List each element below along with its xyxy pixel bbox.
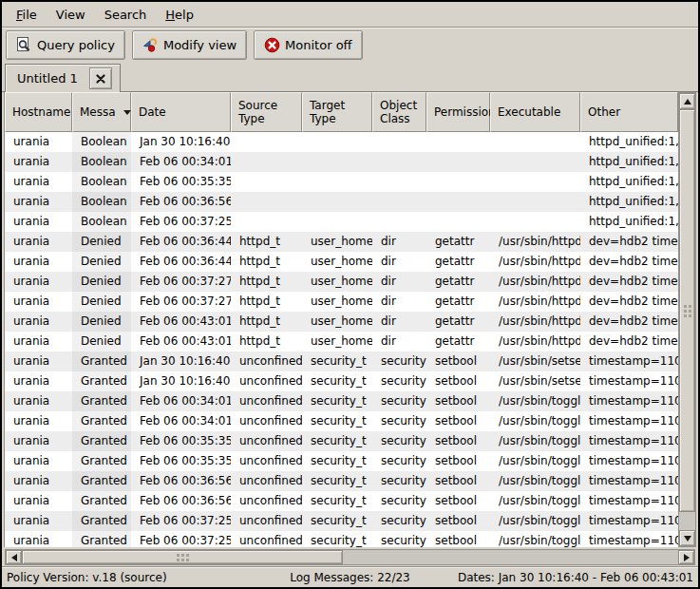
column-header-other[interactable]: Other	[580, 92, 678, 132]
cell-other: timestamp=11076	[580, 431, 678, 451]
dates-status: Dates: Jan 30 10:16:40 - Feb 06 00:43:01	[410, 571, 693, 584]
cell-source_type: unconfined_	[231, 471, 302, 491]
thumb-grip-icon	[177, 554, 180, 557]
menu-search[interactable]: Search	[95, 5, 157, 25]
table-row[interactable]: uraniaBooleanJan 30 10:16:40httpd_unifie…	[5, 132, 678, 152]
table-row[interactable]: uraniaGrantedFeb 06 00:36:56unconfined_s…	[5, 491, 678, 511]
cell-permission: getattr	[426, 312, 490, 332]
table-row[interactable]: uraniaBooleanFeb 06 00:34:01httpd_unifie…	[5, 152, 678, 172]
monitor-off-button[interactable]: Monitor off	[254, 30, 362, 60]
cell-message: Denied	[72, 292, 131, 312]
table-row[interactable]: uraniaGrantedFeb 06 00:34:01unconfined_s…	[5, 411, 678, 431]
cell-date: Feb 06 00:36:56	[131, 491, 231, 511]
column-header-source_type[interactable]: Source Type	[231, 92, 302, 132]
cell-other: httpd_unified:1, h	[580, 172, 678, 192]
tab-untitled-1[interactable]: Untitled 1	[5, 64, 121, 92]
cell-hostname: urania	[5, 132, 72, 152]
cell-executable	[490, 192, 580, 212]
tab-close-button[interactable]	[89, 67, 112, 89]
column-header-hostname[interactable]: Hostname	[5, 92, 72, 132]
menu-file[interactable]: File	[7, 5, 47, 25]
cell-source_type: httpd_t	[231, 232, 302, 252]
cell-hostname: urania	[5, 152, 72, 172]
cell-source_type: unconfined_	[231, 391, 302, 411]
table-row[interactable]: uraniaGrantedFeb 06 00:37:25unconfined_s…	[5, 511, 678, 531]
cell-message: Denied	[72, 272, 131, 292]
cell-permission	[426, 192, 490, 212]
table-row[interactable]: uraniaGrantedFeb 06 00:36:56unconfined_s…	[5, 471, 678, 491]
column-header-executable[interactable]: Executable	[490, 92, 580, 132]
cell-date: Jan 30 10:16:40	[131, 132, 231, 152]
cell-object_class	[372, 132, 426, 152]
cell-source_type	[231, 192, 302, 212]
cell-permission: getattr	[426, 332, 490, 352]
scroll-down-button[interactable]	[679, 530, 695, 546]
table-row[interactable]: uraniaGrantedJan 30 10:16:40unconfined_s…	[5, 371, 678, 391]
cell-other: timestamp=11076	[580, 511, 678, 531]
modify-view-button[interactable]: Modify view	[132, 30, 247, 60]
cell-message: Denied	[72, 252, 131, 272]
table-row[interactable]: uraniaDeniedFeb 06 00:36:44httpd_tuser_h…	[5, 252, 678, 272]
vertical-scrollbar-thumb[interactable]	[679, 109, 695, 512]
cell-message: Granted	[72, 431, 131, 451]
cell-message: Denied	[72, 332, 131, 352]
scroll-right-button[interactable]	[678, 550, 694, 564]
cell-message: Granted	[72, 371, 131, 391]
cell-source_type: httpd_t	[231, 272, 302, 292]
cell-target_type: security_t	[302, 431, 372, 451]
cell-executable: /usr/sbin/httpd	[490, 272, 580, 292]
menu-view[interactable]: View	[47, 5, 95, 25]
table-row[interactable]: uraniaDeniedFeb 06 00:37:27httpd_tuser_h…	[5, 292, 678, 312]
table-row[interactable]: uraniaGrantedFeb 06 00:34:01unconfined_s…	[5, 391, 678, 411]
table-row[interactable]: uraniaBooleanFeb 06 00:37:25httpd_unifie…	[5, 212, 678, 232]
cell-hostname: urania	[5, 192, 72, 212]
cell-source_type: unconfined_	[231, 411, 302, 431]
column-header-target_type[interactable]: Target Type	[302, 92, 372, 132]
column-header-date[interactable]: Date	[131, 92, 231, 132]
horizontal-scrollbar-trough[interactable]	[22, 550, 678, 564]
cell-other: dev=hdb2 timesta	[580, 252, 678, 272]
query-policy-button[interactable]: Query policy	[6, 30, 125, 60]
cell-object_class: dir	[372, 272, 426, 292]
table-row[interactable]: uraniaGrantedFeb 06 00:35:35unconfined_s…	[5, 451, 678, 471]
cell-permission: getattr	[426, 232, 490, 252]
cell-executable: /usr/sbin/httpd	[490, 312, 580, 332]
column-header-object_class[interactable]: Object Class	[372, 92, 426, 132]
cell-object_class: dir	[372, 232, 426, 252]
cell-executable: /usr/sbin/toggle	[490, 451, 580, 471]
cell-other: timestamp=11076	[580, 491, 678, 511]
horizontal-scrollbar[interactable]	[5, 549, 695, 565]
table-row[interactable]: uraniaDeniedFeb 06 00:43:01httpd_tuser_h…	[5, 332, 678, 352]
scroll-up-button[interactable]	[679, 93, 695, 109]
table-row[interactable]: uraniaBooleanFeb 06 00:35:35httpd_unifie…	[5, 172, 678, 192]
table-row[interactable]: uraniaGrantedJan 30 10:16:40unconfined_s…	[5, 352, 678, 371]
cell-target_type: user_home_	[302, 272, 372, 292]
cell-object_class: security	[372, 531, 426, 547]
cell-date: Feb 06 00:34:01	[131, 391, 231, 411]
table-row[interactable]: uraniaDeniedFeb 06 00:37:27httpd_tuser_h…	[5, 272, 678, 292]
cell-date: Feb 06 00:36:56	[131, 192, 231, 212]
table-row[interactable]: uraniaDeniedFeb 06 00:43:01httpd_tuser_h…	[5, 312, 678, 332]
table-row[interactable]: uraniaDeniedFeb 06 00:36:44httpd_tuser_h…	[5, 232, 678, 252]
modify-view-icon	[142, 37, 159, 53]
column-header-message[interactable]: Messa	[72, 92, 131, 132]
cell-target_type: security_t	[302, 491, 372, 511]
cell-target_type: user_home_	[302, 292, 372, 312]
cell-target_type: user_home_	[302, 332, 372, 352]
cell-target_type: security_t	[302, 511, 372, 531]
table-body: uraniaBooleanJan 30 10:16:40httpd_unifie…	[5, 132, 678, 547]
cell-object_class	[372, 152, 426, 172]
cell-date: Feb 06 00:36:56	[131, 471, 231, 491]
column-header-permission[interactable]: Permission	[426, 92, 490, 132]
toolbar: Query policy Modify view Monitor off	[2, 28, 698, 63]
table-row[interactable]: uraniaGrantedFeb 06 00:37:25unconfined_s…	[5, 531, 678, 547]
table-row[interactable]: uraniaBooleanFeb 06 00:36:56httpd_unifie…	[5, 192, 678, 212]
vertical-scrollbar[interactable]	[678, 92, 696, 547]
scroll-left-button[interactable]	[6, 550, 22, 564]
menu-help[interactable]: Help	[156, 5, 203, 25]
table-row[interactable]: uraniaGrantedFeb 06 00:35:35unconfined_s…	[5, 431, 678, 451]
cell-other: timestamp=11071	[580, 371, 678, 391]
vertical-scrollbar-trough[interactable]	[679, 109, 695, 530]
column-label: Messa	[80, 105, 116, 119]
horizontal-scrollbar-thumb[interactable]	[22, 550, 343, 564]
